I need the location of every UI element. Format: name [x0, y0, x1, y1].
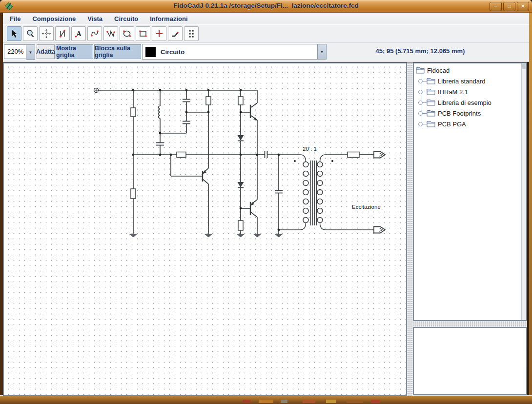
menu-vista[interactable]: Vista: [87, 15, 102, 22]
circuit-schematic: 20 : 1 Eccitazione: [4, 63, 406, 395]
tree-scrollbar-thumb[interactable]: [522, 64, 526, 69]
tree-item-root[interactable]: Fidocad: [416, 65, 450, 75]
window-frame-bottom: [0, 395, 532, 404]
output-connector-top: [374, 152, 385, 158]
window-frame-right: [529, 13, 532, 404]
output-network: [326, 152, 385, 233]
layer-combobox[interactable]: Circuito ▼: [142, 44, 327, 60]
pan-crosshair-icon: [41, 28, 52, 39]
text-tool-icon: A: [73, 28, 84, 39]
expand-handle-icon[interactable]: [418, 121, 427, 126]
fit-button[interactable]: Adatta: [37, 44, 55, 59]
options-toolbar: 220% ▼ Adatta Mostra griglia Blocca sull…: [3, 43, 529, 62]
eccitazione-label: Eccitazione: [352, 204, 381, 210]
snap-grid-toggle[interactable]: Blocca sulla griglia: [94, 44, 141, 59]
transformer-ratio-label: 20 : 1: [303, 146, 317, 152]
expand-handle-icon[interactable]: [418, 100, 427, 105]
layer-dropdown-arrow-icon[interactable]: ▼: [317, 44, 326, 59]
junction-dots: [132, 89, 280, 231]
layer-color-swatch: [145, 47, 156, 57]
bezier-tool-icon: [89, 28, 100, 39]
connection-icon: [186, 28, 197, 39]
tree-item-libreria-esempio[interactable]: Libreria di esempio: [418, 98, 491, 107]
folder-icon: [427, 88, 435, 95]
phase-dot-secondary: [331, 160, 333, 162]
cursor-coordinates: 45; 95 (5.715 mm; 12.065 mm): [340, 47, 501, 55]
folder-icon: [427, 110, 435, 117]
close-button[interactable]: ✕: [517, 2, 529, 11]
tool-rectangle-button[interactable]: [136, 26, 150, 41]
macro-preview-panel: [413, 327, 527, 395]
tool-connection-button[interactable]: [184, 26, 199, 41]
phase-dot-primary: [294, 160, 296, 162]
tool-text-button[interactable]: A: [71, 26, 86, 41]
tool-bezier-button[interactable]: [87, 26, 102, 41]
desktop-artifact: [371, 400, 380, 403]
screen: { "window": { "title": "FidoCadJ 0.21.1a…: [0, 0, 532, 404]
menubar: File Composizione Vista Circuito Informa…: [3, 13, 529, 24]
pcb-pad-icon: [154, 28, 164, 39]
schematic-canvas[interactable]: 20 : 1 Eccitazione: [3, 62, 407, 396]
output-connector-bottom: [374, 227, 385, 233]
tool-ellipse-button[interactable]: [120, 26, 134, 41]
window-title: FidoCadJ 0.21.1a /storage/Setup/Fi... la…: [0, 2, 532, 9]
tree-item-pcb-pga[interactable]: PCB PGA: [418, 119, 466, 129]
tool-pcb-pad-button[interactable]: [152, 26, 166, 41]
zoom-level-combobox[interactable]: 220% ▼: [4, 44, 35, 59]
pcb-line-icon: [170, 28, 181, 39]
selection-arrow-icon: [9, 28, 20, 39]
show-grid-toggle[interactable]: Mostra griglia: [56, 44, 93, 59]
tool-zoom-button[interactable]: [23, 26, 38, 41]
vertical-splitter[interactable]: [407, 62, 413, 396]
ground-symbols: [129, 234, 283, 238]
menu-file[interactable]: File: [10, 15, 20, 22]
expand-handle-icon[interactable]: [418, 79, 427, 83]
horizontal-splitter[interactable]: [413, 321, 527, 327]
zoom-level-value[interactable]: 220%: [4, 44, 26, 59]
desktop-artifact: [347, 400, 363, 403]
menu-informazioni[interactable]: Informazioni: [150, 15, 187, 22]
layer-name: Circuito: [161, 48, 184, 56]
expand-handle-icon[interactable]: [418, 111, 427, 116]
minimize-button[interactable]: –: [490, 2, 502, 11]
menu-composizione[interactable]: Composizione: [32, 15, 76, 22]
circuit-wires: [94, 88, 301, 234]
maximize-button[interactable]: □: [503, 2, 515, 11]
zoom-dropdown-arrow-icon[interactable]: ▼: [26, 44, 35, 60]
desktop-artifact: [259, 400, 273, 403]
folder-icon: [427, 78, 435, 84]
tool-selection-button[interactable]: [7, 26, 21, 41]
tree-scrollbar[interactable]: [521, 63, 526, 320]
folder-icon: [427, 121, 435, 127]
rectangle-tool-icon: [138, 28, 148, 39]
menu-circuito[interactable]: Circuito: [114, 15, 138, 22]
desktop-artifact: [303, 400, 315, 403]
polygon-tool-icon: [105, 28, 116, 39]
desktop-artifact: [281, 400, 287, 403]
tool-polygon-button[interactable]: [103, 26, 118, 41]
library-tree-panel: Fidocad Libreria standard IHRaM 2.1: [413, 62, 527, 321]
desktop-artifact: [243, 400, 250, 403]
tool-pan-button[interactable]: [39, 26, 54, 41]
tree-item-libreria-standard[interactable]: Libreria standard: [418, 76, 486, 86]
transformer: [294, 155, 333, 230]
desktop-artifact: [326, 400, 336, 403]
magnifier-icon: [25, 28, 36, 39]
svg-text:A: A: [77, 30, 82, 38]
line-tool-icon: [57, 28, 68, 39]
tree-item-pcb-footprints[interactable]: PCB Footprints: [418, 108, 481, 118]
folder-icon: [427, 99, 435, 106]
library-tree: Fidocad Libreria standard IHRaM 2.1: [414, 63, 521, 320]
titlebar[interactable]: FidoCadJ 0.21.1a /storage/Setup/Fi... la…: [0, 0, 532, 13]
tree-item-ihram[interactable]: IHRaM 2.1: [418, 87, 468, 97]
tool-line-button[interactable]: [55, 26, 70, 41]
tools-toolbar: A: [3, 24, 529, 43]
tool-pcb-line-button[interactable]: [168, 26, 183, 41]
expand-handle-icon[interactable]: [418, 89, 427, 94]
ellipse-tool-icon: [122, 28, 132, 39]
folder-icon: [416, 67, 425, 74]
